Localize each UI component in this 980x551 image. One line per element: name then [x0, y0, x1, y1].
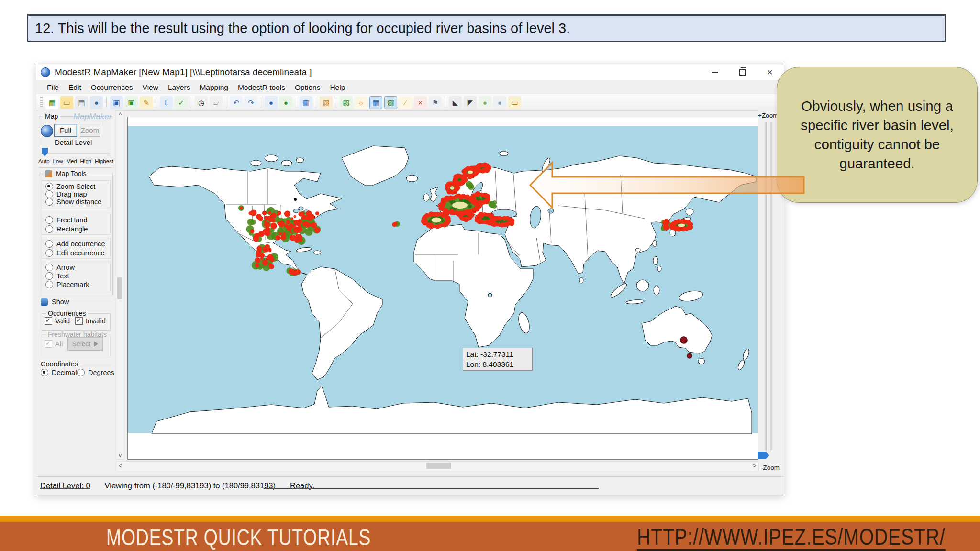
- radio-decimal[interactable]: Decimal: [41, 369, 77, 376]
- radio-add-occurrence[interactable]: Add occurrence: [45, 240, 105, 248]
- time-filter-icon[interactable]: ◷: [195, 96, 208, 109]
- ireland: [423, 194, 429, 201]
- radio-icon: [45, 225, 53, 233]
- detail-level-slider-track[interactable]: [43, 153, 110, 154]
- print-globe-icon-glyph: ●: [94, 99, 99, 106]
- radio-freehand[interactable]: FreeHand: [45, 216, 87, 224]
- menu-view[interactable]: View: [138, 83, 163, 92]
- select-habitats-button[interactable]: Select: [67, 337, 103, 351]
- edit-map-icon[interactable]: ✎: [140, 96, 153, 109]
- great-lakes: [293, 209, 299, 213]
- radio-icon: [45, 249, 53, 257]
- range-edit-icon[interactable]: ◤: [464, 96, 477, 109]
- radio-rectangle[interactable]: Rectangle: [45, 225, 88, 233]
- scroll-right-icon[interactable]: >: [751, 462, 758, 470]
- map-scrollbar-thumb[interactable]: [426, 463, 451, 469]
- radio-drag-map[interactable]: Drag map: [45, 190, 87, 198]
- save-image-icon[interactable]: ▣: [125, 96, 138, 109]
- map-view-icon[interactable]: ▨: [384, 96, 397, 109]
- import-data-icon[interactable]: ⇩: [160, 96, 173, 109]
- radio-icon: [45, 281, 53, 288]
- zoom-slider-thumb[interactable]: [758, 452, 769, 459]
- checkbox-invalid[interactable]: Invalid: [75, 317, 106, 325]
- panel-scrollbar[interactable]: ^ v: [116, 110, 124, 460]
- edit-chart-icon-glyph: ▧: [343, 99, 349, 106]
- radio-arrow[interactable]: Arrow: [45, 264, 75, 271]
- edit-chart-icon[interactable]: ▧: [340, 96, 353, 109]
- map-canvas[interactable]: Lat: -32.77311 Lon: 8.403361: [127, 117, 759, 460]
- globe-search-icon[interactable]: ●: [265, 96, 278, 109]
- polygon-select-icon[interactable]: ▱: [210, 96, 223, 109]
- minimize-button[interactable]: [701, 64, 728, 80]
- radio-placemark[interactable]: Placemark: [45, 281, 89, 288]
- print-icon[interactable]: ▤: [75, 96, 88, 109]
- undo-icon[interactable]: ↶: [230, 96, 243, 109]
- area-tool-icon[interactable]: ●: [479, 96, 491, 109]
- checkbox-valid[interactable]: Valid: [45, 317, 70, 325]
- export-map-icon-glyph: ▭: [511, 99, 518, 106]
- clear-sky-icon[interactable]: ☼: [355, 96, 368, 109]
- export-shape-icon-glyph: ▨: [323, 99, 329, 106]
- radio-icon: [45, 216, 53, 224]
- print-globe-icon[interactable]: ●: [90, 96, 103, 109]
- zoom-extent-button[interactable]: Zoom: [80, 124, 100, 137]
- panel-scrollbar-thumb[interactable]: [117, 277, 122, 299]
- clean-map-icon[interactable]: ∕: [399, 96, 412, 109]
- map-style-icon[interactable]: ▦: [369, 96, 382, 109]
- menu-modestr-tools[interactable]: ModestR tools: [233, 83, 290, 92]
- full-extent-button[interactable]: Full: [54, 124, 77, 137]
- footer-url-link[interactable]: HTTP://WWW.IPEZ.ES/MODESTR/: [637, 523, 946, 550]
- menu-edit[interactable]: Edit: [64, 83, 86, 92]
- menu-options[interactable]: Options: [290, 83, 325, 92]
- titlebar: ModestR MapMaker [New Map1] [\\\Leptinot…: [36, 64, 784, 81]
- statusbar: Detail Level: 0 Viewing from (-180/-99,8…: [36, 476, 784, 495]
- menu-file[interactable]: File: [42, 83, 64, 92]
- menu-mapping[interactable]: Mapping: [195, 83, 233, 92]
- new-map-icon-glyph: ▦: [48, 99, 55, 106]
- map-horizontal-scrollbar[interactable]: < >: [116, 461, 759, 471]
- tasmania: [698, 358, 705, 364]
- save-icon-glyph: ▣: [113, 99, 120, 106]
- pin-tool-icon[interactable]: ●: [493, 96, 506, 109]
- delete-occurrence-icon[interactable]: ×: [414, 96, 427, 109]
- scroll-left-icon[interactable]: <: [116, 462, 124, 470]
- radio-zoom-select[interactable]: Zoom Select: [45, 183, 95, 190]
- export-shape-icon[interactable]: ▨: [320, 96, 333, 109]
- export-map-icon[interactable]: ▭: [508, 96, 521, 109]
- clear-sky-icon-glyph: ☼: [358, 99, 365, 106]
- toolbar-separator: [106, 97, 107, 108]
- new-map-icon[interactable]: ▦: [45, 96, 58, 109]
- zoom-slider-track[interactable]: [765, 122, 767, 450]
- import-data-icon-glyph: ⇩: [163, 99, 169, 106]
- radio-text[interactable]: Text: [45, 272, 69, 280]
- radio-show-distance[interactable]: Show distance: [45, 198, 101, 206]
- radio-edit-occurrence[interactable]: Edit occurrence: [45, 249, 105, 257]
- restore-button[interactable]: [728, 64, 756, 80]
- time-filter-icon-glyph: ◷: [198, 99, 204, 106]
- left-panel: Map MapMaker Full Zoom Detail Level Auto…: [38, 110, 114, 459]
- range-tool-icon[interactable]: ◣: [449, 96, 462, 109]
- checkbox-all[interactable]: All: [45, 340, 63, 348]
- toolbar-separator: [296, 97, 296, 108]
- scroll-up-icon[interactable]: ^: [116, 111, 124, 119]
- redo-icon[interactable]: ↷: [245, 96, 257, 109]
- validate-data-icon[interactable]: ✓: [175, 96, 188, 109]
- radio-degrees[interactable]: Degrees: [77, 369, 114, 376]
- checkbox-icon: [45, 317, 52, 325]
- globe-green-icon[interactable]: ●: [279, 96, 292, 109]
- print-icon-glyph: ▤: [78, 99, 85, 106]
- menu-occurrences[interactable]: Occurrences: [86, 83, 138, 92]
- modestr-window: ModestR MapMaker [New Map1] [\\\Leptinot…: [36, 64, 784, 495]
- coordinate-tooltip: Lat: -32.77311 Lon: 8.403361: [463, 348, 533, 371]
- copy-style-icon[interactable]: ▥: [300, 96, 312, 109]
- save-icon[interactable]: ▣: [110, 96, 123, 109]
- menu-layers[interactable]: Layers: [163, 83, 195, 92]
- menu-help[interactable]: Help: [325, 83, 350, 92]
- scroll-down-icon[interactable]: v: [116, 452, 124, 459]
- open-map-icon[interactable]: ▭: [60, 96, 73, 109]
- hokkaido: [686, 209, 693, 215]
- map-tools-legend-wrap: Map Tools: [43, 170, 89, 177]
- radio-icon: [45, 198, 53, 206]
- save-image-icon-glyph: ▣: [128, 99, 134, 106]
- flag-tool-icon[interactable]: ⚑: [429, 96, 442, 109]
